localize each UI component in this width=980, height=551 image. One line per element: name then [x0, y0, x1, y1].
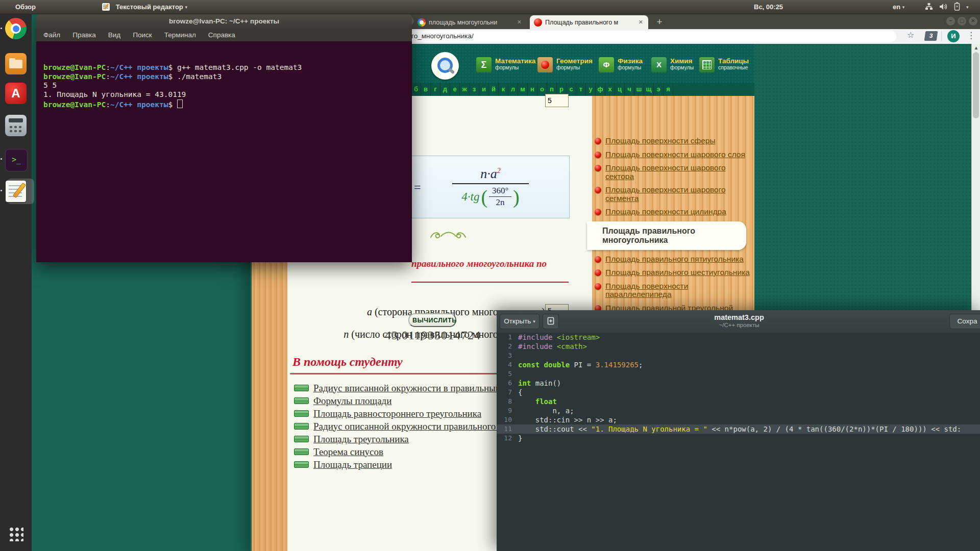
terminal-output[interactable]: browze@Ivan-PC:~/C++ проекты$ g++ matema…: [36, 41, 412, 262]
letter-link[interactable]: у: [586, 83, 596, 96]
terminal-titlebar[interactable]: browze@Ivan-PC: ~/C++ проекты: [36, 14, 412, 29]
nav-item-him[interactable]: ХХимияформулы: [651, 57, 694, 72]
sidebar-item[interactable]: Площадь поверхности шаровогосегмента: [592, 186, 754, 203]
browser-tab-active[interactable]: Площадь правильного м ✕: [530, 15, 648, 29]
sides-count-input[interactable]: [545, 94, 569, 107]
student-link[interactable]: Площадь равностороннего треугольника: [313, 408, 481, 419]
letter-link[interactable]: и: [479, 83, 489, 96]
nav-item-tabl[interactable]: Таблицысправочные: [699, 57, 749, 72]
open-button[interactable]: Открыть ▾: [500, 314, 540, 329]
terminal-icon[interactable]: >_: [5, 148, 27, 171]
letter-link[interactable]: м: [518, 83, 528, 96]
sidebar-item[interactable]: Площадь поверхности цилиндра: [592, 208, 754, 216]
new-tab-button[interactable]: +: [653, 16, 666, 29]
code-editor[interactable]: 1#include <iostream>2#include <cmath>34c…: [497, 333, 980, 551]
session-menu-icon[interactable]: ▾: [966, 0, 969, 14]
terminal-menu-item[interactable]: Вид: [108, 31, 120, 39]
letter-link[interactable]: д: [440, 83, 450, 96]
text-editor-icon[interactable]: [5, 180, 27, 203]
letter-link[interactable]: щ: [644, 83, 654, 96]
calculator-icon[interactable]: [5, 114, 27, 137]
sidebar-link[interactable]: Площадь поверхности цилиндра: [605, 208, 726, 216]
terminal-cursor: [177, 99, 183, 108]
search-icon[interactable]: [431, 52, 459, 80]
sidebar-item[interactable]: Площадь правильного пятиугольника: [592, 255, 754, 264]
letter-link[interactable]: ф: [596, 83, 605, 96]
letter-link[interactable]: н: [528, 83, 537, 96]
terminal-menu-item[interactable]: Терминал: [164, 31, 196, 39]
student-link[interactable]: Теорема синусов: [313, 446, 383, 458]
letter-link[interactable]: й: [489, 83, 499, 96]
letter-link[interactable]: ш: [634, 83, 644, 96]
student-link[interactable]: Формулы площади: [313, 395, 391, 407]
browser-tab-inactive[interactable]: площадь многоугольни ✕: [413, 15, 527, 29]
close-icon[interactable]: ✕: [969, 17, 977, 26]
maximize-icon[interactable]: ▢: [958, 17, 966, 26]
terminal-menu-item[interactable]: Правка: [72, 31, 96, 39]
letter-link[interactable]: ж: [460, 83, 470, 96]
network-icon[interactable]: [925, 0, 933, 14]
battery-icon[interactable]: [954, 0, 960, 14]
tab-close-icon[interactable]: ✕: [516, 19, 523, 26]
letter-link[interactable]: к: [499, 83, 508, 96]
profile-avatar[interactable]: И: [947, 30, 960, 42]
sidebar-item[interactable]: Площадь поверхности шарового слоя: [592, 151, 754, 159]
letter-link[interactable]: ч: [625, 83, 634, 96]
sidebar-link[interactable]: Площадь поверхности шарового слоя: [605, 151, 745, 159]
letter-link[interactable]: б: [411, 83, 421, 96]
scrollbar-thumb[interactable]: [973, 52, 979, 118]
keyboard-layout-indicator[interactable]: en ▾: [893, 0, 904, 14]
letter-link[interactable]: е: [450, 83, 460, 96]
activities-button[interactable]: Обзор: [15, 0, 36, 14]
bookmark-star-icon[interactable]: ☆: [907, 30, 914, 40]
sigma-icon: Σ: [476, 57, 492, 72]
extension-badge[interactable]: 3: [924, 31, 938, 41]
letter-link[interactable]: э: [654, 83, 664, 96]
calculation-result: 43.011935014724: [364, 329, 502, 342]
nav-item-sigma[interactable]: ΣМатематикаформулы: [476, 57, 535, 72]
letter-link[interactable]: в: [421, 83, 431, 96]
letter-link[interactable]: я: [664, 83, 673, 96]
clock[interactable]: Вс, 00:25: [754, 0, 783, 14]
sidebar-link[interactable]: Площадь поверхности шаровогосектора: [605, 164, 726, 181]
nav-item-sphere[interactable]: Геометрияформулы: [537, 57, 593, 72]
sidebar-link[interactable]: Площадь правильного шестиугольника: [605, 268, 750, 277]
calculate-button[interactable]: ВЫЧИСЛИТЬ: [408, 313, 456, 327]
sidebar-link[interactable]: Площадь правильного пятиугольника: [605, 255, 744, 264]
letter-link[interactable]: г: [431, 83, 440, 96]
volume-icon[interactable]: [939, 0, 948, 14]
sidebar-link[interactable]: Площадь поверхностипараллелепипеда: [605, 282, 688, 299]
letter-link[interactable]: х: [605, 83, 615, 96]
letter-link[interactable]: ц: [615, 83, 625, 96]
sidebar-item[interactable]: Площадь поверхностипараллелепипеда: [592, 282, 754, 299]
chrome-icon[interactable]: [5, 17, 27, 40]
letter-link[interactable]: л: [508, 83, 518, 96]
student-link[interactable]: Площадь трапеции: [313, 459, 392, 470]
sidebar-link[interactable]: Площадь поверхности шаровогосегмента: [605, 186, 726, 203]
red-a-app-icon[interactable]: A: [5, 82, 27, 105]
save-button[interactable]: Сохра: [949, 314, 980, 329]
orange-app-icon[interactable]: [5, 53, 27, 75]
browser-menu-icon[interactable]: ⋮: [967, 30, 975, 41]
line-number: 7: [497, 388, 515, 397]
code-line: 5: [497, 369, 980, 379]
sidebar-link[interactable]: Площадь поверхности сферы: [605, 137, 716, 145]
letter-link[interactable]: з: [470, 83, 479, 96]
nav-subtitle: формулы: [618, 65, 643, 70]
sidebar-item[interactable]: Площадь правильного шестиугольника: [592, 268, 754, 277]
terminal-menu-item[interactable]: Файл: [43, 31, 60, 39]
new-document-icon[interactable]: [543, 314, 559, 329]
minimize-icon[interactable]: –: [946, 17, 955, 26]
nav-item-fiz[interactable]: ФФизикаформулы: [599, 57, 643, 72]
scroll-up-icon[interactable]: ▲: [972, 45, 980, 51]
show-applications-icon[interactable]: [5, 522, 27, 545]
sidebar-item-active[interactable]: Площадь правильногомногоугольника: [587, 221, 746, 250]
sidebar-item[interactable]: Площадь поверхности шаровогосектора: [592, 164, 754, 181]
sidebar-item[interactable]: Площадь поверхности сферы: [592, 137, 754, 145]
tab-close-icon[interactable]: ✕: [638, 19, 644, 26]
student-link[interactable]: Площадь треугольника: [313, 434, 409, 445]
app-menu[interactable]: Текстовый редактор ▾: [102, 0, 187, 14]
letter-link[interactable]: т: [576, 83, 586, 96]
terminal-menu-item[interactable]: Справка: [208, 31, 235, 39]
terminal-menu-item[interactable]: Поиск: [133, 31, 152, 39]
